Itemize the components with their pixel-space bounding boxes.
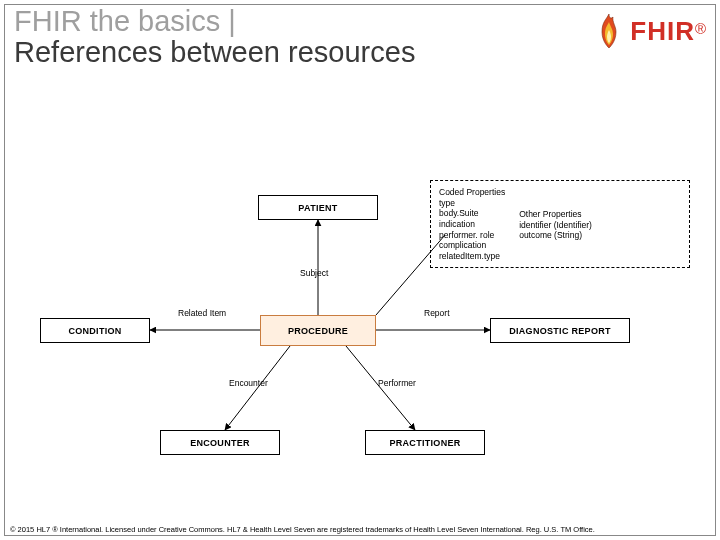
other-properties-col: Other Properties identifier (Identifier)… — [519, 209, 592, 261]
other-header: Other Properties — [519, 209, 592, 220]
coded-item: relatedItem.type — [439, 251, 505, 262]
coded-item: body.Suite — [439, 208, 505, 219]
box-procedure: PROCEDURE — [260, 315, 376, 346]
box-practitioner: PRACTITIONER — [365, 430, 485, 455]
diagram: PATIENT CONDITION PROCEDURE DIAGNOSTIC R… — [0, 140, 720, 510]
box-patient: PATIENT — [258, 195, 378, 220]
registered-icon: ® — [695, 19, 706, 36]
flame-icon — [594, 12, 624, 50]
coded-item: performer. role — [439, 230, 505, 241]
box-condition: CONDITION — [40, 318, 150, 343]
other-item: identifier (Identifier) — [519, 220, 592, 231]
footer: © 2015 HL7 ® International. Licensed und… — [10, 525, 710, 534]
header: FHIR the basics | References between res… — [14, 6, 706, 69]
properties-note: Coded Properties type body.Suite indicat… — [430, 180, 690, 268]
title-block: FHIR the basics | References between res… — [14, 6, 415, 69]
coded-item: complication — [439, 240, 505, 251]
box-encounter: ENCOUNTER — [160, 430, 280, 455]
logo-text: FHIR® — [630, 16, 706, 47]
box-diagnostic-report: DIAGNOSTIC REPORT — [490, 318, 630, 343]
coded-item: indication — [439, 219, 505, 230]
fhir-logo: FHIR® — [594, 12, 706, 50]
breadcrumb: FHIR the basics | — [14, 6, 415, 37]
svg-line-4 — [346, 346, 415, 430]
edge-related-item: Related Item — [178, 308, 226, 318]
edge-performer: Performer — [378, 378, 416, 388]
edge-report: Report — [424, 308, 450, 318]
coded-item: type — [439, 198, 505, 209]
svg-line-3 — [225, 346, 290, 430]
edge-subject: Subject — [300, 268, 328, 278]
edge-encounter: Encounter — [229, 378, 268, 388]
page-title: References between resources — [14, 37, 415, 68]
coded-properties-col: Coded Properties type body.Suite indicat… — [439, 187, 505, 261]
other-item: outcome (String) — [519, 230, 592, 241]
coded-header: Coded Properties — [439, 187, 505, 198]
